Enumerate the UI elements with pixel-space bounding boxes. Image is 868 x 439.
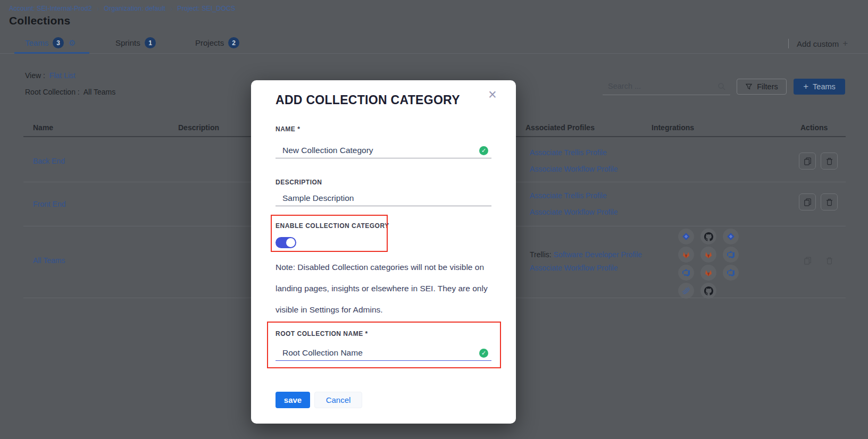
copy-button-disabled	[799, 252, 816, 269]
associate-workflow-link[interactable]: Associate Workflow Profile	[530, 165, 617, 173]
trash-icon	[825, 157, 833, 165]
note-line: Note: Disabled Collection categories wil…	[276, 263, 484, 272]
save-button[interactable]: save	[276, 392, 310, 408]
note-line: landing pages, insights or elsewhere in …	[276, 284, 488, 293]
gitlab-icon	[700, 247, 716, 263]
add-collection-category-modal: ADD COLLECTION CATEGORY × NAME * ✓ DESCR…	[251, 80, 516, 424]
row-name-link[interactable]: Front End	[33, 200, 65, 208]
integrations-grid	[678, 229, 739, 299]
column-header-actions: Actions	[800, 123, 828, 132]
jira-icon	[723, 229, 739, 244]
add-custom-button[interactable]: Add custom +	[797, 38, 848, 49]
copy-icon	[804, 198, 812, 206]
copy-button[interactable]	[799, 153, 816, 170]
search-icon	[717, 82, 726, 91]
trash-icon	[825, 198, 833, 206]
chevron-right-icon: ›	[97, 5, 99, 12]
root-collection-value: All Teams	[84, 88, 115, 96]
trash-icon	[825, 257, 833, 265]
search-field	[603, 79, 730, 95]
github-icon	[700, 229, 716, 244]
tab-bar: Teams 3 ⚙ Sprints 1 Projects 2 Add custo…	[0, 34, 868, 54]
gitlab-icon	[678, 247, 694, 263]
close-icon[interactable]: ×	[488, 88, 497, 102]
root-collection-input[interactable]	[276, 345, 491, 360]
name-input[interactable]	[276, 142, 491, 158]
copy-icon	[804, 257, 812, 265]
tab-sprints[interactable]: Sprints	[115, 38, 140, 47]
funnel-icon	[745, 83, 753, 90]
tab-projects[interactable]: Projects	[195, 38, 224, 47]
chevron-right-icon: ›	[170, 5, 173, 12]
delete-button[interactable]	[821, 153, 838, 170]
azure-devops-icon	[723, 247, 739, 263]
column-header-description: Description	[178, 123, 219, 132]
active-tab-underline	[14, 52, 89, 54]
column-header-profiles: Associated Profiles	[525, 123, 595, 132]
associate-trellis-link[interactable]: Associate Trellis Profile	[530, 148, 607, 157]
trellis-profile-link[interactable]: Software Developer Profile	[554, 250, 642, 259]
copy-icon	[804, 157, 812, 165]
note-line: visible in Settings for Admins.	[276, 305, 383, 315]
tab-teams[interactable]: Teams	[25, 38, 48, 47]
description-field-label: DESCRIPTION	[276, 179, 322, 186]
filters-label: Filters	[757, 82, 778, 91]
jira-icon	[678, 229, 694, 244]
view-row: View : Flat List	[25, 71, 76, 80]
delete-button-disabled	[821, 252, 838, 269]
delete-button[interactable]	[821, 193, 838, 210]
sprints-count-badge: 1	[145, 37, 156, 48]
gear-icon[interactable]: ⚙	[69, 38, 76, 48]
plus-icon: +	[803, 81, 808, 92]
column-header-name: Name	[33, 123, 53, 132]
root-field: ✓	[276, 345, 491, 361]
add-teams-label: Teams	[813, 82, 836, 91]
trellis-profile-cell: Trellis: Software Developer Profile	[530, 250, 642, 259]
copy-button[interactable]	[799, 193, 816, 210]
root-collection-row: Root Collection : All Teams	[25, 88, 115, 96]
page-title: Collections	[9, 14, 70, 27]
column-header-integrations: Integrations	[652, 123, 694, 132]
plus-icon: +	[842, 38, 848, 49]
azure-devops-icon	[723, 265, 739, 281]
row-name-link[interactable]: All Teams	[33, 256, 65, 265]
enable-field-label: ENABLE COLLECTION CATEGORY	[276, 222, 389, 230]
add-custom-label: Add custom	[797, 39, 839, 48]
gitlab-icon	[700, 265, 716, 281]
search-input[interactable]	[603, 79, 712, 94]
associate-workflow-link[interactable]: Associate Workflow Profile	[530, 208, 617, 216]
root-collection-label: Root Collection :	[25, 88, 80, 96]
breadcrumb: Account: SEI-Internal-Prod2 › Organizati…	[9, 5, 235, 12]
description-field	[276, 190, 491, 206]
modal-title: ADD COLLECTION CATEGORY	[276, 93, 460, 107]
associate-workflow-link[interactable]: Associate Workflow Profile	[530, 264, 617, 272]
divider	[788, 39, 789, 48]
azure-devops-icon	[678, 265, 694, 281]
view-flat-list-link[interactable]: Flat List	[49, 71, 76, 80]
filters-button[interactable]: Filters	[737, 79, 787, 95]
trellis-prefix: Trellis:	[530, 250, 554, 259]
projects-count-badge: 2	[228, 37, 239, 48]
root-field-label: ROOT COLLECTION NAME *	[276, 330, 368, 337]
enable-toggle[interactable]	[276, 237, 296, 248]
name-field-label: NAME *	[276, 125, 300, 133]
add-teams-button[interactable]: + Teams	[794, 79, 845, 95]
valid-check-icon: ✓	[479, 146, 488, 155]
teams-count-badge: 3	[53, 37, 64, 48]
breadcrumb-account-link[interactable]: Account: SEI-Internal-Prod2	[9, 5, 92, 12]
breadcrumb-organization-link[interactable]: Organization: default	[104, 5, 165, 12]
name-field: ✓	[276, 142, 491, 158]
breadcrumb-project-link[interactable]: Project: SEI_DOCS	[177, 5, 235, 12]
description-input[interactable]	[276, 190, 491, 206]
valid-check-icon: ✓	[479, 349, 488, 358]
swoosh-icon	[678, 283, 694, 299]
row-name-link[interactable]: Back End	[33, 157, 65, 165]
view-label: View :	[25, 71, 45, 80]
associate-trellis-link[interactable]: Associate Trellis Profile	[530, 191, 607, 200]
github-icon	[700, 283, 716, 299]
cancel-button[interactable]: Cancel	[314, 392, 362, 408]
toggle-knob	[286, 238, 295, 247]
